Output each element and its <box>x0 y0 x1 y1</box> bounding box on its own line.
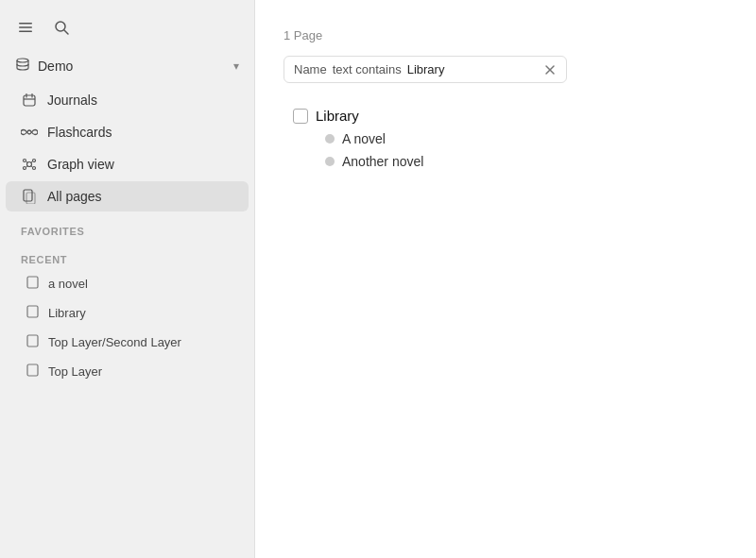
result-parent-row-library[interactable]: Library <box>287 104 728 127</box>
page-icon-library <box>26 305 39 321</box>
result-item-library: Library A novel Another novel <box>287 104 728 173</box>
sidebar-item-all-pages-label: All pages <box>47 189 102 204</box>
svg-line-20 <box>31 161 32 162</box>
infinity-icon <box>21 127 38 138</box>
close-icon <box>543 63 557 76</box>
workspace-chevron-icon: ▾ <box>233 59 239 73</box>
filter-operator: text contains <box>333 62 402 76</box>
page-icon-top-layer <box>26 364 39 380</box>
recent-item-a-novel-label: a novel <box>48 277 88 291</box>
svg-line-15 <box>27 162 28 163</box>
svg-line-4 <box>64 30 68 34</box>
svg-point-14 <box>33 167 36 170</box>
svg-rect-6 <box>24 95 35 106</box>
svg-line-18 <box>31 166 32 167</box>
all-pages-icon <box>21 189 38 204</box>
svg-point-13 <box>24 167 26 170</box>
svg-rect-26 <box>27 306 38 317</box>
filter-field: Name <box>294 62 327 76</box>
result-child-another-novel-text: Another novel <box>342 154 423 169</box>
sidebar-item-journals[interactable]: Journals <box>6 85 249 115</box>
recent-item-a-novel[interactable]: a novel <box>6 270 249 297</box>
sidebar-item-flashcards[interactable]: Flashcards <box>6 117 249 147</box>
sidebar-item-flashcards-label: Flashcards <box>47 125 112 140</box>
filter-clear-button[interactable] <box>543 63 557 76</box>
page-icon-top-layer-second <box>26 334 39 350</box>
sidebar-top-icons <box>0 0 254 51</box>
svg-rect-28 <box>27 364 38 376</box>
search-icon <box>53 19 70 36</box>
workspace-label: Demo <box>15 57 73 75</box>
workspace-icon <box>15 57 30 75</box>
calendar-icon <box>21 93 38 108</box>
svg-rect-23 <box>24 190 32 201</box>
svg-rect-0 <box>19 23 32 25</box>
result-child-a-novel-text: A novel <box>342 131 386 146</box>
sidebar-item-journals-label: Journals <box>47 93 97 108</box>
page-icon-a-novel <box>26 276 39 292</box>
workspace-name: Demo <box>38 59 73 74</box>
result-title-library: Library <box>316 108 359 124</box>
favorites-section-label: FAVORITES <box>0 212 254 241</box>
result-child-a-novel[interactable]: A novel <box>319 127 728 150</box>
sidebar: Demo ▾ Journals Flashcards <box>0 0 255 558</box>
svg-rect-1 <box>19 26 32 28</box>
recent-item-top-layer-label: Top Layer <box>48 364 102 379</box>
svg-rect-24 <box>26 193 35 204</box>
main-content: 1 Page Name text contains Library Librar… <box>255 0 756 558</box>
workspace-row[interactable]: Demo ▾ <box>0 51 254 84</box>
svg-point-5 <box>17 59 28 62</box>
bullet-another-novel <box>325 157 335 166</box>
results-list: Library A novel Another novel <box>284 104 728 173</box>
svg-line-22 <box>31 166 32 167</box>
recent-item-library-label: Library <box>48 306 86 320</box>
svg-point-11 <box>24 160 26 162</box>
recent-item-top-layer-second-layer[interactable]: Top Layer/Second Layer <box>6 329 249 356</box>
recent-item-top-layer-second-label: Top Layer/Second Layer <box>48 335 181 349</box>
search-button[interactable] <box>51 17 72 38</box>
svg-line-19 <box>26 161 27 162</box>
svg-rect-2 <box>19 31 32 33</box>
svg-line-16 <box>31 162 32 163</box>
hamburger-icon <box>17 19 34 36</box>
bullet-a-novel <box>325 134 335 144</box>
page-count: 1 Page <box>284 28 728 42</box>
recent-section-label: RECENT <box>0 241 254 269</box>
sidebar-item-graph-view-label: Graph view <box>47 157 114 172</box>
result-children-library: A novel Another novel <box>287 127 728 173</box>
filter-value: Library <box>407 62 538 76</box>
svg-rect-25 <box>27 277 38 288</box>
result-child-another-novel[interactable]: Another novel <box>319 150 728 173</box>
sidebar-item-graph-view[interactable]: Graph view <box>6 149 249 179</box>
filter-bar: Name text contains Library <box>284 56 567 83</box>
svg-rect-27 <box>27 335 38 347</box>
svg-line-17 <box>27 166 28 167</box>
checkbox-library[interactable] <box>293 109 308 124</box>
database-icon <box>15 57 30 72</box>
menu-button[interactable] <box>15 17 36 38</box>
svg-line-21 <box>26 166 27 167</box>
sidebar-item-all-pages[interactable]: All pages <box>6 181 249 211</box>
recent-item-top-layer[interactable]: Top Layer <box>6 358 249 385</box>
recent-item-library[interactable]: Library <box>6 299 249 327</box>
svg-point-12 <box>33 160 36 162</box>
graph-icon <box>21 157 38 172</box>
